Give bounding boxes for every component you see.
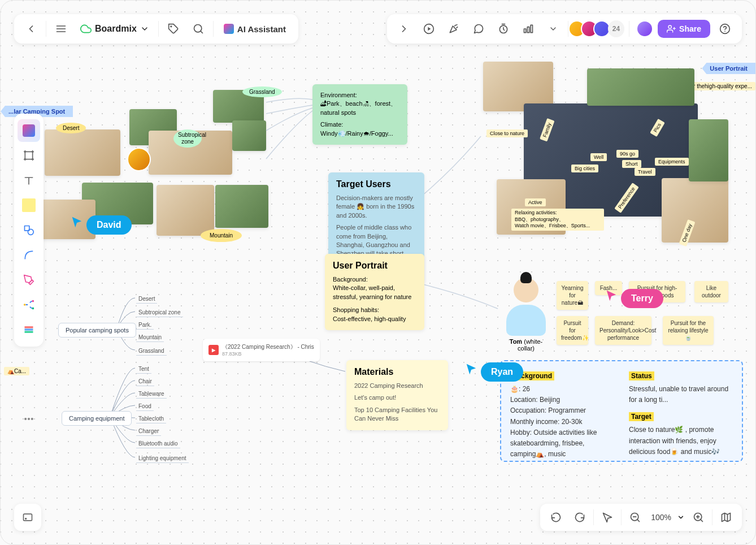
tool-table[interactable] bbox=[18, 318, 40, 341]
mindmap-leaf-park[interactable]: Park. bbox=[136, 321, 154, 330]
search-button[interactable] bbox=[188, 19, 208, 39]
persona-target-text: Close to nature🌿 , promote interaction w… bbox=[629, 425, 733, 457]
image-green-top[interactable] bbox=[587, 68, 694, 106]
svg-marker-3 bbox=[428, 27, 431, 31]
hex-user-portrait[interactable]: User Portrait bbox=[702, 63, 755, 74]
sidebar-more[interactable] bbox=[14, 408, 44, 430]
tool-shapes[interactable] bbox=[18, 219, 40, 241]
comment-button[interactable] bbox=[468, 19, 489, 39]
timer-button[interactable] bbox=[493, 19, 514, 39]
image-desert[interactable] bbox=[45, 129, 120, 176]
persona-box[interactable]: Background 🎂: 26 Location: Beijing Occup… bbox=[500, 360, 743, 462]
svg-point-19 bbox=[25, 418, 27, 420]
image-green2[interactable] bbox=[232, 120, 266, 151]
svg-point-21 bbox=[32, 418, 33, 420]
back-button[interactable] bbox=[21, 19, 41, 39]
ai-assistant-button[interactable]: AI Assistant bbox=[218, 20, 292, 37]
pointer-button[interactable] bbox=[597, 507, 618, 527]
mindmap-leaf-grassland[interactable]: Grassland bbox=[136, 347, 167, 356]
tag-button[interactable] bbox=[163, 19, 184, 39]
tag-subtropical[interactable]: Subtropical zone bbox=[173, 129, 202, 148]
cloud-icon bbox=[80, 23, 92, 34]
tool-sticky[interactable] bbox=[18, 194, 40, 217]
note-environment[interactable]: Environment: 🏕Park、beach🏖、forest、natural… bbox=[312, 84, 407, 145]
current-user-avatar[interactable] bbox=[636, 20, 653, 37]
zoom-chevron-icon[interactable] bbox=[677, 512, 685, 523]
file-attachment[interactable]: ▶ 《2022 Camping Research》 - Chris 87.83K… bbox=[203, 339, 320, 361]
mindmap-leaf-tablecloth[interactable]: Tablecloth bbox=[136, 414, 166, 423]
pdf-icon: ▶ bbox=[208, 345, 219, 355]
tag-desert[interactable]: Desert bbox=[56, 123, 86, 133]
mindmap-leaf-desert[interactable]: Desert bbox=[136, 295, 157, 304]
note-materials[interactable]: Materials 2022 Camping Research Let's ca… bbox=[346, 360, 448, 430]
sticky-freedom[interactable]: Pursuit for freedom✨ bbox=[557, 316, 588, 345]
chart-button[interactable] bbox=[518, 19, 538, 39]
portrait-body2: Cost-effective, high-quality bbox=[333, 315, 416, 323]
tag-grassland[interactable]: Grassland bbox=[242, 86, 282, 97]
mindmap-leaf-mountain[interactable]: Mountain bbox=[136, 333, 164, 342]
play-button[interactable] bbox=[419, 19, 439, 39]
ai-logo-icon bbox=[224, 24, 234, 34]
materials-l2: Let's camp out! bbox=[354, 393, 440, 402]
undo-button[interactable] bbox=[546, 507, 566, 527]
confetti-button[interactable] bbox=[444, 19, 464, 39]
avatar-count[interactable]: 24 bbox=[608, 20, 624, 37]
mindmap-leaf-tent[interactable]: Tent bbox=[136, 365, 151, 374]
zoom-out-button[interactable] bbox=[625, 507, 645, 527]
mindmap-leaf-lighting[interactable]: Lighting equipment bbox=[136, 454, 189, 463]
image-anji[interactable] bbox=[157, 185, 214, 236]
minimap-button[interactable] bbox=[14, 504, 41, 531]
mindmap-leaf-charger[interactable]: Charger bbox=[136, 427, 161, 436]
sticky-like-outdoor[interactable]: Like outdoor bbox=[694, 281, 728, 302]
zoom-level[interactable]: 100% bbox=[649, 513, 674, 522]
mindmap-leaf-food[interactable]: Food bbox=[136, 402, 154, 411]
board-name[interactable]: Boardmix bbox=[76, 23, 154, 34]
persona-status-text: Stressful, unable to travel around for a… bbox=[629, 384, 733, 405]
tool-pen[interactable] bbox=[18, 269, 40, 291]
tool-text[interactable] bbox=[18, 169, 40, 192]
collaborators[interactable]: 24 bbox=[573, 20, 624, 37]
portrait-sub1: Background: bbox=[333, 275, 416, 284]
mindmap-spots-root[interactable]: Popular camping spots bbox=[58, 323, 136, 338]
zoom-in-button[interactable] bbox=[688, 507, 709, 527]
svg-rect-22 bbox=[24, 514, 32, 521]
sidebar-partial-chip: ⛺Ca... bbox=[4, 367, 29, 375]
tool-templates[interactable] bbox=[18, 119, 40, 142]
mindmap-leaf-subtropical[interactable]: Subtropical zone bbox=[136, 308, 183, 317]
env-l4: Windy💨/Rainy🌧/Foggy... bbox=[320, 129, 399, 138]
mindmap-leaf-bluetooth[interactable]: Bluetooth audio bbox=[136, 439, 180, 448]
chip-well: Well bbox=[590, 153, 607, 161]
map-button[interactable] bbox=[716, 507, 736, 527]
image-food[interactable] bbox=[662, 178, 728, 243]
sticky-demand[interactable]: Demand: Personality/Look>Cost performanc… bbox=[595, 316, 651, 345]
help-button[interactable] bbox=[715, 19, 735, 39]
chip-relaxing: Relaxing activities: BBQ、photography、 Wa… bbox=[511, 209, 604, 231]
svg-rect-10 bbox=[25, 152, 32, 159]
portrait-sub2: Shopping habits: bbox=[333, 306, 416, 314]
sticky-yearning[interactable]: Yearning for nature🏔 bbox=[557, 281, 588, 310]
mindmap-leaf-tableware[interactable]: Tableware bbox=[136, 390, 167, 399]
chevron-down-icon bbox=[140, 24, 149, 33]
redo-button[interactable] bbox=[570, 507, 590, 527]
persona-figure[interactable]: Tom (white-collar) bbox=[503, 278, 549, 340]
mindmap-leaf-chair[interactable]: Chair bbox=[136, 377, 154, 386]
sticky-lifestyle[interactable]: Pursuit for the relaxing lifestyle🍵 bbox=[663, 316, 714, 345]
chip-90s: 90s go bbox=[616, 150, 638, 158]
share-button[interactable]: Share bbox=[658, 20, 710, 38]
image-vert[interactable] bbox=[689, 119, 728, 181]
note-user-portrait[interactable]: User Portrait Background: White-collar, … bbox=[325, 254, 424, 330]
tool-connector[interactable] bbox=[18, 244, 40, 266]
canvas[interactable]: User Portrait ...lar Camping Spot Willin… bbox=[1, 1, 755, 544]
tool-frame[interactable] bbox=[18, 144, 40, 167]
svg-point-0 bbox=[171, 26, 172, 27]
chevron-right-button[interactable] bbox=[394, 19, 414, 39]
tag-mountain[interactable]: Mountain bbox=[201, 229, 242, 242]
more-chevron-button[interactable] bbox=[543, 19, 563, 39]
menu-button[interactable] bbox=[51, 19, 71, 39]
tool-mindmap[interactable] bbox=[18, 293, 40, 316]
avatar-user[interactable] bbox=[127, 148, 151, 171]
persona-name: Tom (white-collar) bbox=[503, 338, 549, 352]
mindmap-equip-root[interactable]: Camping equipment bbox=[62, 411, 132, 426]
image-xian[interactable] bbox=[215, 185, 268, 228]
svg-point-23 bbox=[25, 518, 27, 520]
